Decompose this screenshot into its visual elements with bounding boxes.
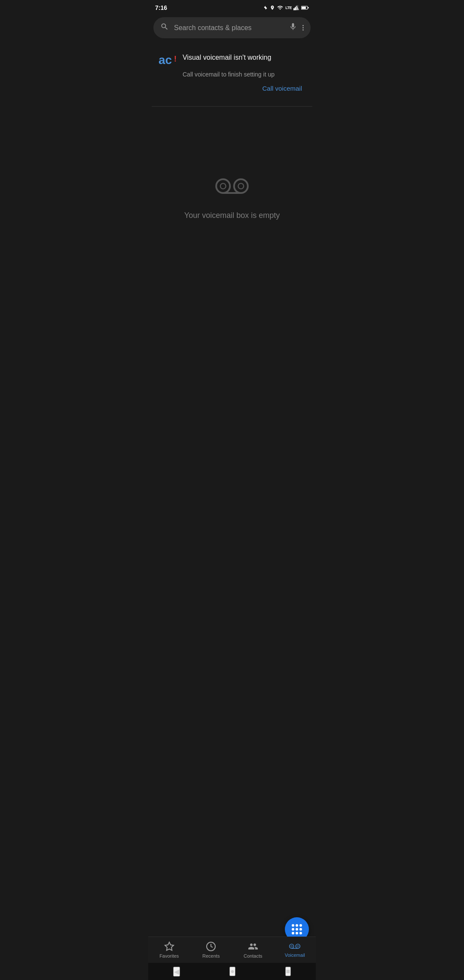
search-bar[interactable]: Search contacts & places — [153, 17, 311, 38]
svg-text:ac: ac — [159, 53, 172, 67]
svg-rect-3 — [297, 5, 298, 10]
search-icon — [160, 22, 169, 33]
location-icon — [270, 4, 275, 11]
empty-voicemail-area: Your voicemail box is empty — [148, 107, 316, 254]
svg-rect-5 — [302, 6, 306, 9]
svg-point-12 — [220, 184, 226, 189]
voicemail-warning-card: ac ! Visual voicemail isn't working Call… — [152, 45, 312, 99]
battery-icon — [301, 5, 309, 10]
warning-header: ac ! Visual voicemail isn't working — [159, 52, 305, 67]
svg-point-13 — [238, 184, 244, 189]
svg-rect-0 — [293, 8, 294, 10]
call-voicemail-button[interactable]: Call voicemail — [262, 85, 302, 92]
bluetooth-icon — [263, 4, 268, 11]
voicemail-empty-icon — [215, 175, 249, 201]
search-placeholder: Search contacts & places — [174, 24, 284, 32]
warning-subtitle: Call voicemail to finish setting it up — [183, 71, 305, 78]
warning-action-area: Call voicemail — [159, 85, 305, 92]
signal-icon — [293, 5, 299, 11]
empty-voicemail-message: Your voicemail box is empty — [184, 211, 280, 220]
svg-point-9 — [216, 179, 230, 193]
svg-rect-1 — [295, 7, 296, 10]
svg-rect-2 — [296, 6, 297, 10]
status-bar: 7:16 LTE — [148, 0, 316, 14]
status-time: 7:16 — [155, 4, 167, 11]
mic-icon[interactable] — [289, 22, 297, 33]
lte-icon: LTE — [285, 6, 292, 10]
status-icons: LTE — [263, 4, 309, 11]
voicemail-app-logo: ac ! — [159, 52, 177, 67]
svg-rect-6 — [308, 7, 308, 9]
svg-point-10 — [234, 179, 248, 193]
wifi-icon — [277, 5, 284, 11]
svg-text:!: ! — [174, 55, 177, 63]
warning-title: Visual voicemail isn't working — [183, 54, 271, 61]
more-options-icon[interactable] — [302, 25, 304, 31]
